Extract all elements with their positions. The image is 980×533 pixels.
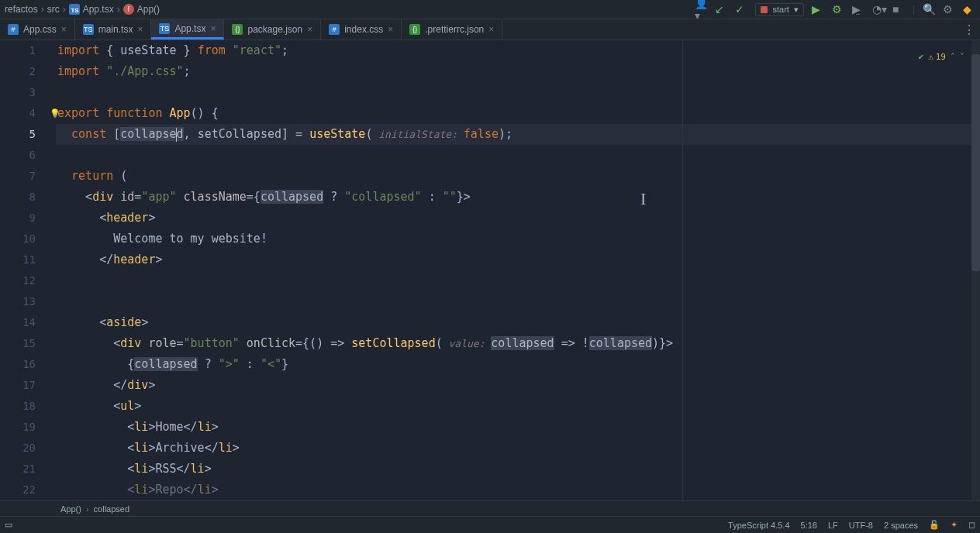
status-encoding[interactable]: UTF-8 — [849, 521, 873, 530]
code-line[interactable] — [56, 270, 980, 291]
code-line[interactable]: return ( — [56, 166, 980, 187]
breadcrumb-file-label: App.tsx — [83, 4, 114, 15]
search-icon[interactable]: 🔍 — [923, 3, 935, 15]
line-number[interactable]: 5 — [0, 124, 36, 145]
vcs-update-icon[interactable]: ↙ — [715, 3, 727, 15]
code-area[interactable]: import { useState } from "react"; import… — [56, 40, 980, 500]
breadcrumb-fn[interactable]: App() — [60, 504, 81, 514]
code-line[interactable]: import { useState } from "react"; — [56, 40, 980, 61]
vcs-commit-icon[interactable]: ✓ — [735, 3, 747, 15]
tabs-overflow[interactable]: ⋮ — [963, 19, 975, 40]
shield-icon[interactable]: ◆ — [963, 3, 975, 15]
breadcrumb-folder[interactable]: src — [47, 4, 60, 15]
status-indent[interactable]: 2 spaces — [884, 521, 918, 530]
status-language[interactable]: TypeScript 4.5.4 — [728, 521, 790, 530]
coverage-icon[interactable]: ▶̤ — [852, 3, 864, 15]
debug-icon[interactable]: ⚙ — [832, 3, 844, 15]
line-number[interactable]: 1 — [0, 40, 36, 61]
code-line[interactable]: import "./App.css"; — [56, 61, 980, 82]
inspection-widget[interactable]: ✔ ⚠19 ˄ ˅ — [919, 46, 965, 67]
code-line[interactable]: Welcome to my website! — [56, 229, 980, 249]
warning-icon: ⚠ — [928, 46, 933, 67]
line-number[interactable]: 16 — [0, 354, 36, 375]
line-number[interactable]: 11 — [0, 249, 36, 270]
status-cursor-position[interactable]: 5:18 — [801, 521, 817, 530]
breadcrumb-file[interactable]: TS App.tsx — [69, 4, 114, 15]
code-line[interactable]: <li>RSS</li> — [56, 459, 980, 480]
breadcrumb-project[interactable]: refactos — [5, 4, 38, 15]
code-line[interactable] — [56, 82, 980, 103]
tab-main-tsx[interactable]: TS main.tsx × — [75, 19, 152, 40]
code-line[interactable]: 💡export function App() { — [56, 103, 980, 124]
line-number[interactable]: 3 — [0, 82, 36, 103]
line-number[interactable]: 2 — [0, 61, 36, 82]
chevron-up-icon[interactable]: ˄ — [951, 46, 955, 67]
code-line[interactable]: <div id="app" className={collapsed ? "co… — [56, 187, 980, 208]
stop-button-icon[interactable]: ■ — [892, 3, 905, 15]
notifications-icon[interactable]: ◻ — [968, 520, 975, 530]
line-number[interactable]: 18 — [0, 396, 36, 417]
code-line[interactable]: <ul> — [56, 396, 980, 417]
close-icon[interactable]: × — [137, 24, 143, 35]
close-icon[interactable]: × — [388, 24, 393, 35]
user-add-icon[interactable]: 👤▾ — [695, 3, 707, 15]
line-number[interactable]: 17 — [0, 375, 36, 396]
status-line-separator[interactable]: LF — [828, 521, 838, 530]
breadcrumb-symbol[interactable]: f App() — [123, 4, 160, 15]
tab-package-json[interactable]: {} package.json × — [224, 19, 321, 40]
structure-breadcrumb[interactable]: App() › collapsed — [0, 500, 980, 516]
run-icon[interactable]: ▶ — [812, 3, 824, 15]
run-configuration-selector[interactable]: start ▾ — [755, 3, 803, 16]
tab-app-css[interactable]: # App.css × — [0, 19, 75, 40]
status-bar: ▭ TypeScript 4.5.4 5:18 LF UTF-8 2 space… — [0, 516, 980, 533]
code-line[interactable]: <li>Archive</li> — [56, 438, 980, 459]
close-icon[interactable]: × — [488, 24, 494, 35]
line-number[interactable]: 6 — [0, 145, 36, 166]
code-line[interactable]: </div> — [56, 375, 980, 396]
line-number[interactable]: 14 — [0, 312, 36, 333]
ide-window: refactos › src › TS App.tsx › f App() 👤▾… — [0, 0, 980, 533]
editor[interactable]: 1 2 3 4 5 6 7 8 9 10 11 12 13 14 15 16 1… — [0, 40, 980, 500]
code-line[interactable]: </header> — [56, 249, 980, 270]
line-number[interactable]: 19 — [0, 417, 36, 438]
css-icon: # — [8, 24, 19, 35]
code-line[interactable] — [56, 291, 980, 312]
breadcrumbs[interactable]: refactos › src › TS App.tsx › f App() — [5, 4, 160, 15]
code-line[interactable]: <div role="button" onClick={() => setCol… — [56, 333, 980, 354]
close-icon[interactable]: × — [307, 24, 312, 35]
line-number[interactable]: 4 — [0, 103, 36, 124]
readonly-lock-icon[interactable]: 🔓 — [929, 520, 940, 530]
close-icon[interactable]: × — [210, 23, 216, 34]
prettier-icon[interactable]: ✦ — [951, 520, 958, 530]
code-line[interactable]: <aside> — [56, 312, 980, 333]
line-number[interactable]: 15 — [0, 333, 36, 354]
line-number[interactable]: 10 — [0, 229, 36, 249]
code-line[interactable]: {collapsed ? ">" : "<"} — [56, 354, 980, 375]
line-number[interactable]: 12 — [0, 270, 36, 291]
intention-bulb-icon[interactable]: 💡 — [50, 103, 60, 124]
tool-window-quick-access-icon[interactable]: ▭ — [5, 520, 12, 530]
profile-icon[interactable]: ◔▾ — [872, 3, 885, 15]
code-line[interactable]: <header> — [56, 208, 980, 229]
chevron-down-icon[interactable]: ˅ — [960, 46, 964, 67]
tab-index-css[interactable]: # index.css × — [321, 19, 402, 40]
code-line[interactable]: <li>Repo</li> — [56, 480, 980, 500]
line-number[interactable]: 13 — [0, 291, 36, 312]
tab-prettierrc-json[interactable]: {} .prettierrc.json × — [402, 19, 502, 40]
line-number[interactable]: 20 — [0, 438, 36, 459]
line-number[interactable]: 21 — [0, 459, 36, 480]
code-line[interactable]: <li>Home</li> — [56, 417, 980, 438]
line-number[interactable]: 22 — [0, 480, 36, 500]
breadcrumb-var[interactable]: collapsed — [94, 504, 129, 514]
code-line[interactable]: const [collapsed, setCollapsed] = useSta… — [56, 124, 980, 145]
line-number[interactable]: 9 — [0, 208, 36, 229]
line-number-gutter[interactable]: 1 2 3 4 5 6 7 8 9 10 11 12 13 14 15 16 1… — [0, 40, 42, 500]
scrollbar-thumb[interactable] — [971, 54, 980, 271]
tab-app-tsx[interactable]: TS App.tsx × — [151, 19, 224, 40]
line-number[interactable]: 8 — [0, 187, 36, 208]
line-number[interactable]: 7 — [0, 166, 36, 187]
code-line[interactable] — [56, 145, 980, 166]
close-icon[interactable]: × — [61, 24, 67, 35]
settings-icon[interactable]: ⚙ — [943, 3, 955, 15]
vertical-scrollbar[interactable] — [971, 40, 980, 500]
